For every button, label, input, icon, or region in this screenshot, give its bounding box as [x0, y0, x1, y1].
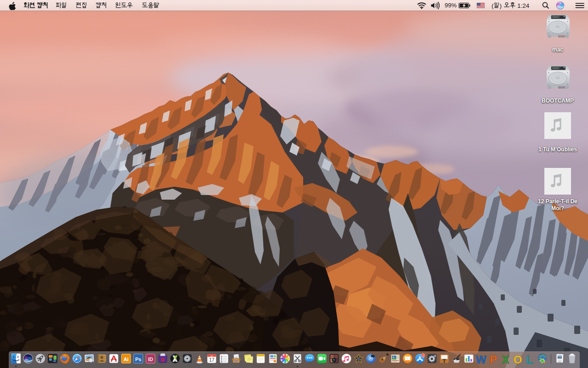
- svg-text:W: W: [476, 353, 486, 366]
- svg-text:O: O: [514, 353, 522, 366]
- svg-text:17: 17: [209, 357, 215, 362]
- svg-text:PDF: PDF: [559, 361, 562, 363]
- svg-text:P: P: [490, 353, 497, 366]
- svg-text:6월: 6월: [210, 355, 213, 357]
- svg-text:Q: Q: [235, 359, 237, 362]
- svg-text:L: L: [526, 353, 533, 366]
- svg-text:X: X: [502, 353, 509, 366]
- svg-text:Ps: Ps: [135, 356, 141, 362]
- svg-text:ID: ID: [148, 356, 153, 362]
- svg-text:Ai: Ai: [124, 356, 129, 362]
- svg-text:4: 4: [422, 354, 424, 357]
